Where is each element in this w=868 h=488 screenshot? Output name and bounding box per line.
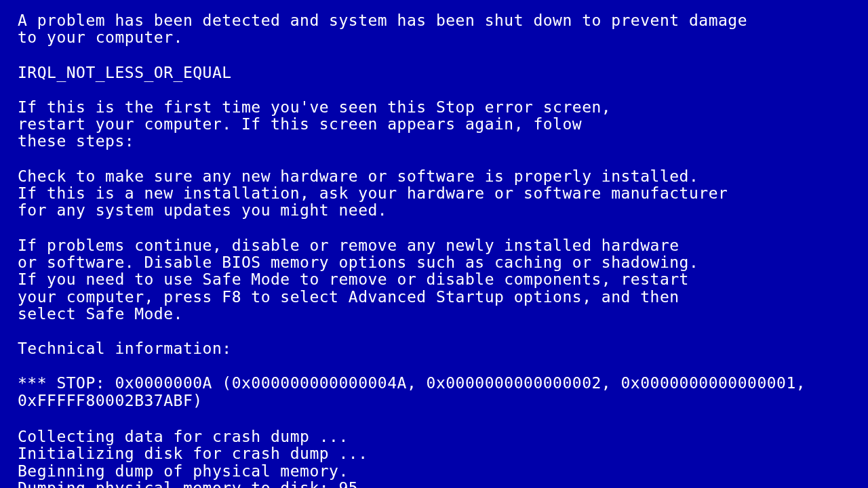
bsod-dump-collecting: Collecting data for crash dump ... <box>18 428 850 445</box>
bsod-stop-code: *** STOP: 0x0000000A (0x000000000000004A… <box>18 375 850 409</box>
bsod-dump-beginning: Beginning dump of physical memory. <box>18 463 850 480</box>
bsod-intro: A problem has been detected and system h… <box>18 12 850 47</box>
bsod-dump-progress: Dumping physical memory to disk: 95 <box>18 480 850 488</box>
bsod-error-code: IRQL_NOT_LESS_OR_EQUAL <box>18 64 850 81</box>
bsod-dump-initializing: Initializing disk for crash dump ... <box>18 445 850 462</box>
bsod-if-continue: If problems continue, disable or remove … <box>18 237 850 323</box>
bsod-technical-info-label: Technical information: <box>18 340 850 357</box>
bsod-check-hardware: Check to make sure any new hardware or s… <box>18 168 850 220</box>
bsod-first-time-instructions: If this is the first time you've seen th… <box>18 99 850 150</box>
